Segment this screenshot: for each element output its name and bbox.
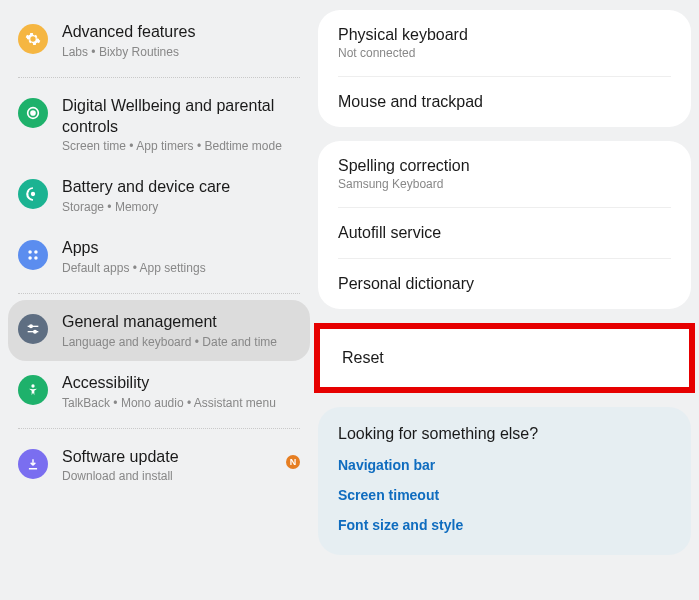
item-sub: Samsung Keyboard: [338, 177, 671, 191]
svg-point-3: [28, 251, 32, 255]
svg-point-10: [34, 330, 37, 333]
sidebar-item-sub: Storage • Memory: [62, 200, 300, 214]
divider: [18, 428, 300, 429]
item-title: Autofill service: [338, 224, 671, 242]
card-input-devices: Physical keyboard Not connected Mouse an…: [318, 10, 691, 127]
sidebar-item-digital-wellbeing[interactable]: Digital Wellbeing and parental controls …: [8, 84, 310, 166]
item-autofill-service[interactable]: Autofill service: [318, 208, 691, 258]
target-icon: [18, 98, 48, 128]
svg-point-5: [28, 256, 32, 260]
sidebar-item-title: Advanced features: [62, 22, 300, 43]
sliders-icon: [18, 314, 48, 344]
item-title: Spelling correction: [338, 157, 671, 175]
sidebar-item-apps[interactable]: Apps Default apps • App settings: [8, 226, 310, 287]
looking-title: Looking for something else?: [338, 425, 671, 443]
settings-sidebar: Advanced features Labs • Bixby Routines …: [0, 0, 318, 600]
notification-badge: N: [286, 455, 300, 469]
sidebar-item-advanced-features[interactable]: Advanced features Labs • Bixby Routines: [8, 10, 310, 71]
svg-point-8: [30, 325, 33, 328]
svg-point-6: [34, 256, 38, 260]
person-icon: [18, 375, 48, 405]
item-spelling-correction[interactable]: Spelling correction Samsung Keyboard: [318, 141, 691, 207]
link-navigation-bar[interactable]: Navigation bar: [338, 457, 671, 473]
item-title: Mouse and trackpad: [338, 93, 671, 111]
divider: [18, 293, 300, 294]
card-looking-for: Looking for something else? Navigation b…: [318, 407, 691, 555]
sidebar-item-title: Apps: [62, 238, 300, 259]
sidebar-item-sub: TalkBack • Mono audio • Assistant menu: [62, 396, 300, 410]
sidebar-item-sub: Screen time • App timers • Bedtime mode: [62, 139, 300, 153]
sidebar-item-title: Software update: [62, 447, 286, 468]
sidebar-item-accessibility[interactable]: Accessibility TalkBack • Mono audio • As…: [8, 361, 310, 422]
sidebar-item-title: General management: [62, 312, 300, 333]
sidebar-item-sub: Language and keyboard • Date and time: [62, 335, 300, 349]
item-title: Physical keyboard: [338, 26, 671, 44]
svg-point-11: [31, 384, 34, 387]
sidebar-item-title: Battery and device care: [62, 177, 300, 198]
sidebar-item-general-management[interactable]: General management Language and keyboard…: [8, 300, 310, 361]
sidebar-item-title: Accessibility: [62, 373, 300, 394]
svg-point-1: [31, 111, 35, 115]
item-title: Reset: [342, 349, 667, 367]
item-reset[interactable]: Reset: [320, 329, 689, 387]
download-icon: [18, 449, 48, 479]
sidebar-item-title: Digital Wellbeing and parental controls: [62, 96, 300, 138]
spin-icon: [18, 179, 48, 209]
sidebar-item-sub: Labs • Bixby Routines: [62, 45, 300, 59]
sidebar-item-sub: Default apps • App settings: [62, 261, 300, 275]
item-physical-keyboard[interactable]: Physical keyboard Not connected: [318, 10, 691, 76]
item-mouse-trackpad[interactable]: Mouse and trackpad: [318, 77, 691, 127]
sidebar-item-battery-device-care[interactable]: Battery and device care Storage • Memory: [8, 165, 310, 226]
divider: [18, 77, 300, 78]
svg-point-2: [32, 193, 35, 196]
link-screen-timeout[interactable]: Screen timeout: [338, 487, 671, 503]
sidebar-item-sub: Download and install: [62, 469, 286, 483]
gear-icon: [18, 24, 48, 54]
sidebar-item-software-update[interactable]: Software update Download and install N: [8, 435, 310, 496]
item-sub: Not connected: [338, 46, 671, 60]
item-title: Personal dictionary: [338, 275, 671, 293]
grid-icon: [18, 240, 48, 270]
link-font-size-style[interactable]: Font size and style: [338, 517, 671, 533]
item-personal-dictionary[interactable]: Personal dictionary: [318, 259, 691, 309]
card-reset-highlighted: Reset: [314, 323, 695, 393]
card-language-input: Spelling correction Samsung Keyboard Aut…: [318, 141, 691, 309]
svg-point-4: [34, 251, 38, 255]
settings-content: Physical keyboard Not connected Mouse an…: [318, 0, 699, 600]
